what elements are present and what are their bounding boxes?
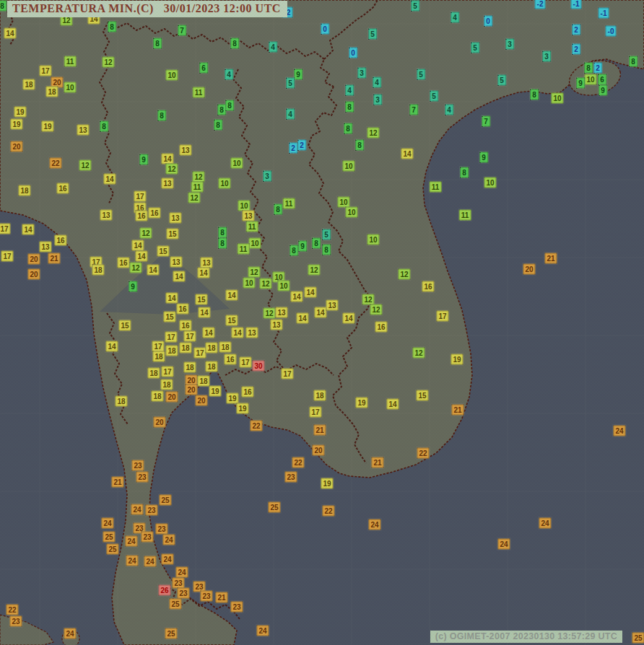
temp-label: 10 xyxy=(230,158,243,169)
temp-label: 20 xyxy=(312,445,324,456)
temp-label: 11 xyxy=(459,210,471,221)
temp-label: 10 xyxy=(584,74,596,85)
temp-label: 18 xyxy=(22,79,35,90)
temp-label: 11 xyxy=(283,198,295,209)
temp-label: 13 xyxy=(179,145,191,156)
temp-label: 8 xyxy=(530,89,539,100)
temp-label: 5 xyxy=(411,1,419,12)
temp-label: 14 xyxy=(131,240,144,251)
temp-label: 18 xyxy=(197,376,209,387)
temp-label: 14 xyxy=(197,268,209,278)
temp-label: 25 xyxy=(159,495,171,506)
temp-label: 13 xyxy=(170,257,182,268)
temp-label: 10 xyxy=(165,70,178,81)
temp-label: 18 xyxy=(205,361,217,372)
temp-label: 22 xyxy=(322,506,334,517)
temp-label: 14 xyxy=(386,399,399,410)
temp-label: 17 xyxy=(281,369,293,379)
temp-label: 25 xyxy=(632,633,644,644)
temp-label: 13 xyxy=(169,213,181,224)
temp-label: 10 xyxy=(64,82,76,93)
temp-label: 10 xyxy=(277,281,290,291)
temp-label: 22 xyxy=(250,421,262,431)
temp-label: 16 xyxy=(422,281,434,292)
temp-label: 9 xyxy=(298,241,307,252)
temp-label: 26 xyxy=(158,585,170,596)
temp-label: 24 xyxy=(125,536,137,547)
temp-label: 15 xyxy=(195,294,207,305)
temp-label: 12 xyxy=(102,57,114,68)
temp-label: 19 xyxy=(451,354,463,365)
temp-label: 16 xyxy=(179,320,191,331)
temp-label: 19 xyxy=(236,403,248,414)
temp-label: 17 xyxy=(165,332,177,343)
temp-label: 24 xyxy=(539,518,551,529)
temp-label: 5 xyxy=(368,29,377,40)
temp-label: 21 xyxy=(313,425,326,436)
temp-label: 4 xyxy=(445,105,453,115)
temp-label: 8 xyxy=(214,120,222,131)
temp-label: 4 xyxy=(451,12,459,23)
temp-label: 14 xyxy=(401,149,413,159)
temp-label: 16 xyxy=(56,183,69,194)
temp-label: 14 xyxy=(173,271,185,282)
map-datetime: 30/01/2023 12:00 UTC xyxy=(164,2,281,14)
temp-label: 14 xyxy=(161,154,173,164)
temp-label: 23 xyxy=(200,591,212,602)
temp-label: 17 xyxy=(193,348,206,359)
temp-label: 6 xyxy=(199,63,208,74)
temp-label: 18 xyxy=(165,346,178,356)
temp-label: 20 xyxy=(27,269,40,280)
temp-label: 14 xyxy=(147,265,159,276)
temp-label: 12 xyxy=(398,269,410,280)
temp-label: 8 xyxy=(584,63,593,74)
temp-label: 18 xyxy=(18,185,30,196)
temp-label: 4 xyxy=(373,77,381,88)
temp-label: 22 xyxy=(6,605,18,615)
temp-label: 7 xyxy=(409,105,418,115)
temp-label: 10 xyxy=(342,161,354,172)
temp-label: 13 xyxy=(39,242,51,253)
temp-label: 12 xyxy=(367,128,379,139)
temp-label: 15 xyxy=(118,320,131,331)
temp-label: 8 xyxy=(355,140,364,151)
temp-label: 8 xyxy=(218,238,227,249)
temp-label: 10 xyxy=(243,278,255,289)
temp-label: 16 xyxy=(135,211,147,221)
map-title-bar: TEMPERATURA MIN.(C)30/01/2023 12:00 UTC xyxy=(7,1,287,17)
temp-label: 12 xyxy=(129,263,142,273)
temp-label: 14 xyxy=(342,313,354,324)
temp-label: 24 xyxy=(64,628,76,639)
copyright-badge: (c) OGIMET-2007 20230130 13:57:29 UTC xyxy=(430,631,622,643)
temp-label: 13 xyxy=(200,258,212,268)
temp-label: 13 xyxy=(77,125,89,136)
temp-label: 10 xyxy=(238,201,250,211)
temp-label: 2 xyxy=(572,44,580,55)
temp-label: 12 xyxy=(263,308,275,319)
temp-label: 3 xyxy=(542,51,551,62)
temp-label: 21 xyxy=(215,592,227,603)
temp-label: 3 xyxy=(357,68,366,79)
temp-label: 9 xyxy=(294,69,303,80)
temp-label: 23 xyxy=(230,602,243,613)
temp-label: 15 xyxy=(163,312,175,322)
temp-label: 11 xyxy=(191,182,204,193)
temp-label: 11 xyxy=(238,244,250,255)
temp-label: 16 xyxy=(54,235,66,246)
temp-label: 17 xyxy=(161,367,173,377)
temp-label: 21 xyxy=(451,405,464,416)
station-layer: 8121487-2145-2-1-140052-0532884111217010… xyxy=(0,0,644,645)
temp-label: 23 xyxy=(172,578,184,589)
temp-label: 15 xyxy=(225,315,238,326)
temp-label: 8 xyxy=(460,167,469,178)
temp-label: 14 xyxy=(103,174,116,185)
temp-label: 16 xyxy=(375,322,387,333)
temp-label: 8 xyxy=(108,22,116,32)
temp-label: 18 xyxy=(151,391,163,402)
temp-label: 8 xyxy=(218,227,227,238)
temp-label: 18 xyxy=(179,343,191,354)
temp-label: 15 xyxy=(416,390,428,401)
temp-label: 4 xyxy=(225,69,233,80)
temp-label: 18 xyxy=(115,396,127,407)
temp-label: 4 xyxy=(286,109,295,120)
